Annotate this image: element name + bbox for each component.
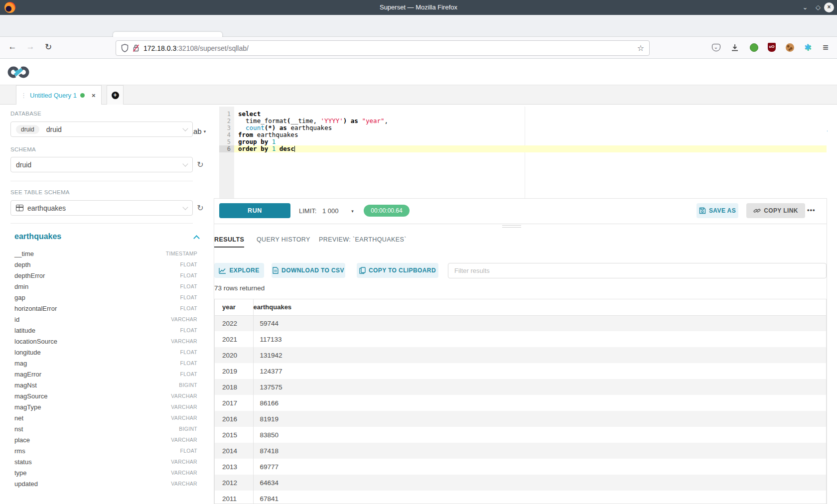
back-button[interactable]: ← (6, 42, 19, 52)
code-line: group by 1 (234, 138, 827, 145)
sql-editor[interactable]: 123456 select time_format(__time, 'YYYY'… (214, 107, 827, 198)
refresh-table-icon[interactable]: ↻ (195, 203, 205, 213)
add-query-tab-button[interactable]: + (107, 85, 124, 105)
column-row: longitudeFLOAT (14, 347, 197, 358)
column-row: depthFLOAT (14, 259, 197, 270)
table-cell: 2021 (215, 331, 253, 347)
window-maximize-icon[interactable]: ◇ (813, 2, 823, 12)
table-schema-title[interactable]: earthquakes (14, 232, 194, 241)
privacy-badger-icon[interactable] (746, 40, 761, 55)
ublock-origin-icon[interactable]: uO (764, 40, 779, 55)
column-name: depthError (14, 272, 45, 279)
shield-permissions-icon[interactable] (121, 44, 129, 52)
code-token: from (238, 131, 253, 138)
rows-returned-text: 73 rows returned (214, 284, 265, 292)
reload-button[interactable]: ↻ (42, 42, 55, 52)
results-table-body: 2022597442021117133202013194220191243772… (215, 315, 826, 504)
table-row: 201786166 (215, 395, 826, 411)
editor-gutter: 123456 (219, 107, 234, 198)
window-close-icon[interactable]: × (824, 2, 834, 12)
column-header-year[interactable]: year (215, 299, 253, 315)
download-csv-button[interactable]: DOWNLOAD TO CSV (272, 263, 345, 278)
resize-handle-icon[interactable] (502, 225, 521, 226)
explore-button[interactable]: EXPLORE (214, 263, 264, 278)
database-select[interactable]: druid druid (10, 122, 193, 137)
code-line: order by 1 desc (234, 145, 827, 152)
table-row: 201681919 (215, 411, 826, 427)
code-line: time_format(__time, 'YYYY') as "year", (234, 118, 827, 125)
column-type: FLOAT (180, 349, 197, 355)
drag-handle-icon[interactable]: ⋮ (20, 92, 27, 99)
column-type: VARCHAR (171, 338, 197, 344)
column-row: depthErrorFLOAT (14, 270, 197, 281)
chevron-down-icon (182, 161, 188, 166)
table-cell: 117133 (253, 331, 826, 347)
column-header-earthquakes[interactable]: earthquakes (253, 299, 826, 315)
chevron-down-icon (182, 126, 188, 131)
column-row: placeVARCHAR (14, 434, 197, 445)
limit-dropdown[interactable]: LIMIT: 1 000 ▾ (299, 207, 354, 215)
column-name: depth (14, 261, 31, 268)
copy-link-button[interactable]: COPY LINK (746, 203, 805, 218)
table-row: 202259744 (215, 315, 826, 331)
column-row: magTypeVARCHAR (14, 401, 197, 412)
tab-results[interactable]: RESULTS (214, 236, 244, 248)
query-tab-active[interactable]: ⋮ Untitled Query 1 × (16, 85, 102, 105)
filter-results-input[interactable] (448, 263, 827, 278)
table-cell: 67841 (253, 491, 826, 504)
collapse-chevron-icon[interactable] (193, 235, 200, 242)
pocket-icon[interactable]: ⌄ (708, 40, 723, 55)
table-row: 2021117133 (215, 331, 826, 347)
tab-query-history[interactable]: QUERY HISTORY (257, 236, 310, 243)
gutter-line-number: 2 (219, 118, 234, 125)
more-actions-button[interactable]: ••• (807, 206, 816, 214)
bookmark-star-icon[interactable]: ☆ (637, 43, 644, 53)
table-cell: 81919 (253, 411, 826, 427)
copy-to-clipboard-button[interactable]: COPY TO CLIPBOARD (357, 263, 438, 278)
save-as-button[interactable]: SAVE AS (697, 203, 738, 218)
column-name: nst (14, 425, 23, 433)
url-host: 172.18.0.3 (143, 44, 176, 52)
url-text[interactable]: 172.18.0.3:32108/superset/sqllab/ (143, 44, 637, 52)
code-token: as (351, 117, 358, 125)
run-button[interactable]: RUN (219, 203, 290, 218)
superset-logo-icon (7, 65, 30, 79)
column-name: longitude (14, 349, 41, 356)
table-row: 2019124377 (215, 363, 826, 379)
column-name: magNst (14, 381, 37, 389)
query-tab-close-icon[interactable]: × (92, 92, 96, 99)
refresh-schema-icon[interactable]: ↻ (195, 160, 205, 169)
download-icon[interactable] (727, 40, 742, 55)
column-row: updatedVARCHAR (14, 478, 197, 489)
gutter-line-number: 5 (219, 138, 234, 145)
table-row: 201583850 (215, 427, 826, 443)
cookie-extension-icon[interactable] (782, 40, 797, 55)
pane-resize-divider[interactable] (214, 224, 827, 224)
menu-hamburger-icon[interactable]: ≡ (818, 40, 833, 55)
schema-select[interactable]: druid (10, 157, 193, 172)
column-name: locationSource (14, 338, 57, 345)
column-type: FLOAT (180, 327, 197, 333)
table-cell: 2012 (215, 475, 253, 491)
code-token: count (246, 124, 265, 131)
editor-code[interactable]: select time_format(__time, 'YYYY') as "y… (234, 107, 827, 198)
table-select[interactable]: earthquakes (10, 200, 193, 216)
table-cell: 2017 (215, 395, 253, 411)
table-row: 2020131942 (215, 347, 826, 363)
code-line: count(*) as earthquakes (234, 125, 827, 131)
forward-button[interactable]: → (24, 42, 37, 52)
column-type: FLOAT (180, 360, 197, 366)
code-token (238, 124, 246, 131)
window-minimize-icon[interactable]: ⌄ (800, 2, 810, 12)
column-row: magSourceVARCHAR (14, 390, 197, 401)
divider (214, 198, 827, 199)
url-bar[interactable]: 172.18.0.3:32108/superset/sqllab/ ☆ (116, 40, 650, 56)
column-type: VARCHAR (171, 393, 197, 399)
resize-handle-icon[interactable] (502, 227, 521, 228)
extension-asterisk-icon[interactable]: ✱ (800, 40, 815, 55)
tab-preview-earthquakes[interactable]: PREVIEW: `EARTHQUAKES` (319, 236, 407, 243)
column-name: updated (14, 480, 38, 488)
lock-insecure-icon[interactable] (133, 44, 140, 52)
column-name: horizontalError (14, 305, 57, 312)
table-cell: 83850 (253, 427, 826, 443)
